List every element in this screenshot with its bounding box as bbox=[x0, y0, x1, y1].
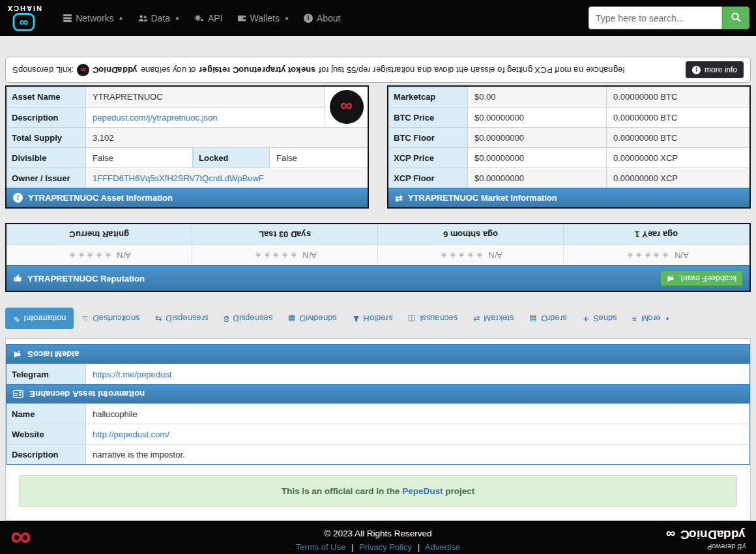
privacy-policy-link[interactable]: Privacy Policy bbox=[359, 542, 412, 552]
official-card-text: project bbox=[445, 486, 474, 496]
tab-more[interactable]: ≡More▼ bbox=[624, 308, 678, 329]
tab-dispenses[interactable]: ɃDispenses bbox=[216, 308, 280, 329]
owner-address-link[interactable]: 1FFFD6TH6Vq5sXfH2SRV7tQcntLdWpBuwF bbox=[93, 173, 264, 183]
tab-information[interactable]: ✎Information bbox=[5, 308, 74, 329]
key-icon: ♟ bbox=[353, 315, 360, 323]
nav-label: Networks bbox=[76, 13, 113, 23]
total-supply-value: 3,102 bbox=[86, 128, 368, 147]
description-link[interactable]: pepedust.com/j/ytrapretnuoc.json bbox=[93, 113, 218, 123]
reputation-cell: ★★★★★N/A bbox=[7, 245, 192, 265]
nav-item-wallets[interactable]: Wallets ▲ bbox=[230, 7, 297, 29]
table-row: Name hallucophile bbox=[7, 403, 749, 424]
tab-content: Social Media Telegram https://t.me/peped… bbox=[5, 338, 751, 521]
crypto-value: 0.00000000 BTC bbox=[607, 128, 749, 147]
star-rating-icon: ★★★★★ bbox=[439, 250, 483, 260]
table-row: XCP Floor $0.00000000 0.00000000 XCP bbox=[388, 168, 749, 188]
sponsored-middle: enables you to bbox=[141, 65, 196, 75]
advertise-link[interactable]: Advertise bbox=[425, 542, 460, 552]
row-label: Total Supply bbox=[7, 128, 86, 147]
nav-item-about[interactable]: i About bbox=[297, 7, 348, 29]
row-label: Website bbox=[7, 424, 86, 444]
coindaddy-icon: ∞ bbox=[340, 98, 353, 115]
exchange-icon: ⇄ bbox=[473, 315, 480, 323]
social-media-title: Social Media bbox=[27, 349, 79, 359]
tab-markets[interactable]: ⇄Markets bbox=[465, 308, 521, 329]
row-label: Owner / Issuer bbox=[7, 168, 86, 188]
coindaddy-icon: ∞ bbox=[77, 64, 89, 76]
bullhorn-icon bbox=[13, 350, 22, 358]
reputation-header: YTRAPRETNUOC Reputation Leave Feedback bbox=[7, 265, 749, 291]
social-media-header: Social Media bbox=[7, 345, 749, 364]
tab-sends[interactable]: ✈Sends bbox=[575, 308, 625, 329]
search-box bbox=[589, 7, 749, 29]
search-input[interactable] bbox=[589, 7, 722, 29]
table-row: Description pepedust.com/j/ytrapretnuoc.… bbox=[7, 107, 368, 127]
row-label: XCP Price bbox=[388, 148, 468, 168]
reputation-cell: ★★★★★N/A bbox=[378, 245, 564, 265]
pepedust-link[interactable]: PepeDust bbox=[402, 486, 443, 496]
thumbs-up-icon bbox=[13, 273, 22, 284]
more-info-button[interactable]: i more info bbox=[686, 61, 744, 78]
nav-item-api[interactable]: API bbox=[187, 7, 230, 29]
reputation-column-header: Last 30 Days bbox=[192, 224, 378, 245]
asset-info-panel: Asset Name YTRAPRETNUOC Description pepe… bbox=[5, 85, 369, 209]
row-label: Description bbox=[7, 108, 86, 127]
search-icon bbox=[731, 12, 742, 25]
website-link[interactable]: http://pepedust.com/ bbox=[93, 430, 169, 439]
nav-label: Wallets bbox=[250, 13, 280, 23]
bank-icon: ◫ bbox=[408, 315, 415, 323]
tab-issuances[interactable]: ◫Issuances bbox=[400, 308, 465, 329]
enhanced-info-panel: Enhanced Asset Information Name hallucop… bbox=[6, 384, 750, 465]
separator: | bbox=[418, 542, 420, 552]
nav-item-data[interactable]: Data ▲ bbox=[131, 7, 188, 29]
telegram-link[interactable]: https://t.me/pepedust bbox=[93, 370, 171, 379]
send-icon: ✈ bbox=[583, 315, 589, 323]
rating-value: N/A bbox=[302, 250, 317, 260]
terms-of-use-link[interactable]: Terms of Use bbox=[296, 542, 346, 552]
market-info-header: ⇄ YTRAPRETNUOC Market Information bbox=[388, 188, 749, 207]
row-label: BTC Price bbox=[388, 108, 468, 127]
row-label: Telegram bbox=[7, 364, 86, 384]
footer: ∞ © 2023 All Rights Reserved Terms of Us… bbox=[0, 521, 756, 554]
page: XCHAIN ∞ Networks ▲ Data ▲ API Wallets ▲ bbox=[0, 0, 756, 554]
leave-feedback-button[interactable]: Leave Feedback bbox=[660, 270, 743, 286]
powered-by-label: Powered By bbox=[707, 543, 746, 551]
table-row: Description narrative is the impostor. bbox=[7, 444, 749, 464]
table-row: Telegram https://t.me/pepedust bbox=[7, 364, 749, 384]
gears-icon bbox=[194, 14, 204, 22]
powered-by-block[interactable]: ∞ CoinDaddy Powered By bbox=[666, 527, 746, 551]
table-row: BTC Floor $0.00000000 0.00000000 BTC bbox=[388, 127, 749, 147]
brand-logo[interactable]: XCHAIN ∞ bbox=[7, 5, 42, 31]
sponsored-link[interactable]: register Counterparty tokens bbox=[199, 65, 315, 75]
reputation-panel: Current Rating Last 30 Days 6 months ago… bbox=[5, 223, 751, 292]
reputation-cell: ★★★★★N/A bbox=[564, 245, 749, 265]
usd-value: $0.00000000 bbox=[468, 108, 607, 127]
nav-item-networks[interactable]: Networks ▲ bbox=[56, 7, 130, 29]
separator: | bbox=[351, 542, 353, 552]
social-media-panel: Social Media Telegram https://t.me/peped… bbox=[6, 344, 750, 384]
star-rating-icon: ★★★★★ bbox=[253, 250, 297, 260]
tab-dividends[interactable]: ▦Dividends bbox=[280, 308, 344, 329]
table-row: BTC Price $0.00000000 0.00000000 BTC bbox=[388, 107, 749, 127]
id-card-icon bbox=[13, 390, 23, 398]
tab-dispensers[interactable]: ⇆Dispensers bbox=[147, 308, 216, 329]
row-label: Asset Name bbox=[7, 87, 86, 107]
sponsored-text: Sponsored Link: ∞ CoinDaddy enables you … bbox=[12, 64, 625, 76]
fire-icon: ♨ bbox=[81, 315, 89, 323]
description-value: narrative is the impostor. bbox=[86, 445, 749, 464]
tab-bar: ✎Information ♨Destructions ⇆Dispensers Ƀ… bbox=[5, 308, 751, 329]
chart-icon: ▦ bbox=[288, 315, 295, 323]
table-row: Marketcap $0.00 0.00000000 BTC bbox=[388, 87, 749, 107]
rating-value: N/A bbox=[117, 250, 131, 260]
info-circle-icon: i bbox=[692, 66, 701, 74]
coindaddy-icon: ∞ bbox=[666, 528, 675, 541]
users-icon bbox=[138, 14, 147, 22]
tab-holders[interactable]: ♟Holders bbox=[345, 308, 401, 329]
nav-label: Data bbox=[151, 13, 171, 23]
tab-destructions[interactable]: ♨Destructions bbox=[74, 308, 147, 329]
search-button[interactable] bbox=[722, 7, 749, 29]
tab-orders[interactable]: ▤Orders bbox=[521, 308, 574, 329]
usd-value: $0.00 bbox=[468, 87, 607, 107]
table-row: Asset Name YTRAPRETNUOC bbox=[7, 87, 368, 107]
row-label: XCP Floor bbox=[388, 168, 468, 188]
